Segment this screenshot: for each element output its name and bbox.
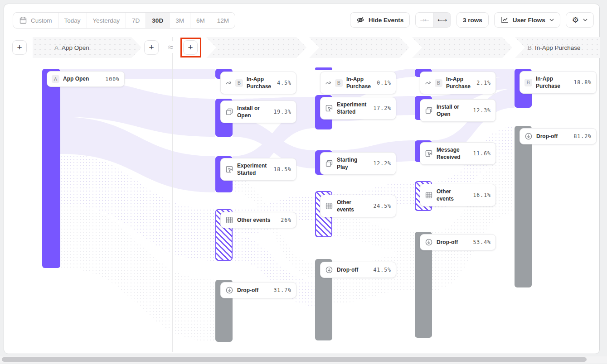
node-label: Message Received <box>437 146 469 161</box>
flow-node-in-app-purchase[interactable]: B In-App Purchase 4.5% <box>220 72 296 94</box>
step-header-expansion-2[interactable] <box>309 37 409 58</box>
step-header-expansion-1[interactable] <box>206 37 306 58</box>
node-percent: 81.2% <box>573 133 592 139</box>
node-percent: 19.3% <box>273 109 291 115</box>
flow-node-install-or-open[interactable]: Install or Open 12.3% <box>420 99 496 122</box>
node-label: Experiment Started <box>237 162 270 177</box>
node-percent: 16.1% <box>473 192 491 198</box>
event-badge: B <box>235 79 243 87</box>
grid-icon <box>425 191 433 199</box>
node-percent: 0.1% <box>377 80 391 86</box>
date-range-custom[interactable]: Custom <box>13 13 58 28</box>
chart-type-label: User Flows <box>513 17 545 24</box>
flow-node-in-app-purchase[interactable]: B In-App Purchase 18.8% <box>520 71 597 94</box>
node-percent: 12.3% <box>473 107 491 114</box>
copy-icon <box>225 108 233 116</box>
flow-node-drop-off[interactable]: Drop-off 53.4% <box>420 234 496 250</box>
add-step-before-button[interactable]: + <box>12 40 27 55</box>
toolbar-right: Hide Events →← ←→ 3 rows User Flows ⚙ <box>350 12 594 28</box>
rows-button[interactable]: 3 rows <box>456 12 489 28</box>
step-header-app-open[interactable]: A App Open <box>33 37 141 58</box>
node-percent: 2.1% <box>476 80 491 86</box>
copy-icon <box>325 159 333 168</box>
node-percent: 4.5% <box>277 80 291 86</box>
date-range-label: Today <box>64 17 81 24</box>
node-percent: 24.5% <box>373 203 391 209</box>
column-width-toggle: →← ←→ <box>415 12 451 28</box>
step-header-expansion-3[interactable] <box>412 37 512 58</box>
node-label: Other events <box>337 199 369 213</box>
expand-columns-button[interactable]: ←→ <box>433 13 451 27</box>
flow-node-other-events[interactable]: Other events 26% <box>220 212 296 228</box>
eye-off-icon <box>356 16 364 24</box>
flow-node-app-open[interactable]: A App Open 100% <box>47 71 125 87</box>
approx-symbol: ≈ <box>164 41 177 53</box>
node-percent: 11.6% <box>473 150 491 157</box>
flow-bar-app-open[interactable] <box>42 69 60 268</box>
node-percent: 41.5% <box>373 267 391 273</box>
collapse-columns-icon: →← <box>420 17 429 24</box>
event-badge: A <box>52 75 59 83</box>
node-label: Drop-off <box>237 287 270 294</box>
flow-node-drop-off[interactable]: Drop-off 31.7% <box>220 282 296 298</box>
click-icon <box>225 165 233 173</box>
date-range-30d[interactable]: 30D <box>146 13 170 28</box>
date-range-today[interactable]: Today <box>58 13 87 28</box>
flow-node-other-events[interactable]: Other events 16.1% <box>420 184 496 206</box>
flow-node-other-events[interactable]: Other events 24.5% <box>320 195 396 217</box>
rows-label: 3 rows <box>463 17 482 24</box>
add-step-after-button[interactable]: + <box>144 40 159 55</box>
date-range-label: 6M <box>196 17 205 24</box>
node-label: In-App Purchase <box>446 76 473 90</box>
flow-bar-drop-off[interactable] <box>515 126 532 287</box>
settings-dropdown[interactable]: ⚙ <box>566 12 594 28</box>
flow-node-drop-off[interactable]: Drop-off 81.2% <box>520 128 597 144</box>
date-range-yesterday[interactable]: Yesterday <box>87 13 126 28</box>
horizontal-scrollbar[interactable] <box>0 356 607 363</box>
flow-node-install-or-open[interactable]: Install or Open 19.3% <box>220 101 296 123</box>
node-label: Install or Open <box>237 105 270 119</box>
flow-node-experiment-started[interactable]: Experiment Started 18.5% <box>220 158 296 181</box>
drop-off-icon <box>325 266 333 274</box>
step-header-label: App Open <box>62 44 89 51</box>
trend-arrow-icon <box>425 80 431 86</box>
drop-off-icon <box>425 238 433 246</box>
event-badge: B <box>435 79 442 87</box>
flow-node-in-app-purchase[interactable]: B In-App Purchase 2.1% <box>420 72 496 94</box>
scrollbar-thumb[interactable] <box>2 357 587 362</box>
node-percent: 26% <box>281 217 291 223</box>
node-label: Drop-off <box>337 266 369 273</box>
node-percent: 31.7% <box>273 287 291 293</box>
date-range-label: 12M <box>217 17 229 24</box>
date-range-3m[interactable]: 3M <box>170 13 190 28</box>
collapse-columns-button[interactable]: →← <box>416 13 433 27</box>
copy-icon <box>425 106 433 115</box>
node-label: In-App Purchase <box>346 76 373 90</box>
node-percent: 17.2% <box>373 105 391 111</box>
flow-node-starting-play[interactable]: Starting Play 12.2% <box>320 152 396 175</box>
flow-bar-in-app-purchase[interactable] <box>315 67 332 70</box>
date-range-6m[interactable]: 6M <box>190 13 211 28</box>
hide-events-button[interactable]: Hide Events <box>350 12 410 28</box>
flow-node-in-app-purchase[interactable]: B In-App Purchase 0.1% <box>320 72 396 94</box>
grid-icon <box>225 216 233 224</box>
chart-type-dropdown[interactable]: User Flows <box>494 12 560 28</box>
date-range-label: Custom <box>31 17 52 24</box>
flow-node-experiment-started[interactable]: Experiment Started 17.2% <box>320 97 396 120</box>
chevron-down-icon <box>583 19 588 21</box>
step-header-in-app-purchase[interactable]: B In-App Purchase <box>515 37 600 58</box>
node-label: Starting Play <box>337 156 369 171</box>
node-label: Experiment Started <box>337 101 369 115</box>
date-range-12m[interactable]: 12M <box>211 13 235 28</box>
click-icon <box>425 149 433 158</box>
node-percent: 100% <box>105 76 120 82</box>
user-flows-chart-icon <box>500 16 509 24</box>
node-label: Install or Open <box>437 103 469 118</box>
trend-arrow-icon <box>225 80 232 86</box>
flow-node-message-received[interactable]: Message Received 11.6% <box>420 142 496 165</box>
flow-node-drop-off[interactable]: Drop-off 41.5% <box>320 262 396 278</box>
date-range-label: 30D <box>152 17 163 24</box>
date-range-7d[interactable]: 7D <box>126 13 146 28</box>
node-percent: 12.2% <box>373 160 391 167</box>
date-range-selector: Custom Today Yesterday 7D 30D 3M 6M 12M <box>13 12 235 29</box>
